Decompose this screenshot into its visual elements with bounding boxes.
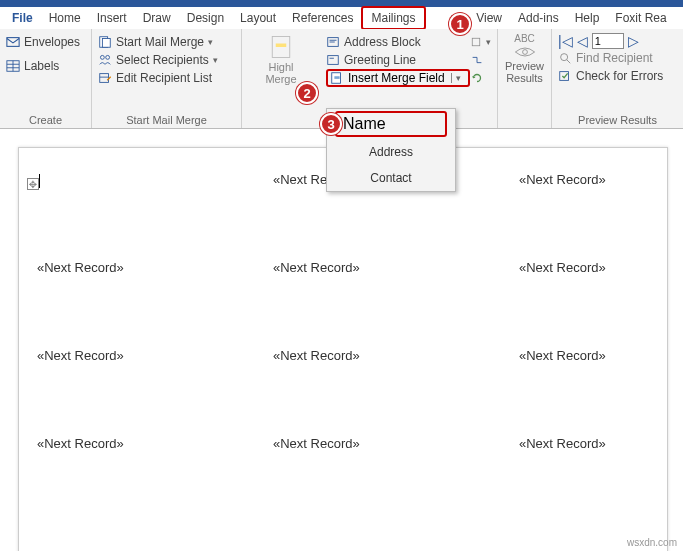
mailings-tab[interactable]: Mailings (361, 6, 425, 30)
home-tab[interactable]: Home (41, 8, 89, 28)
design-tab[interactable]: Design (179, 8, 232, 28)
insert-tab[interactable]: Insert (89, 8, 135, 28)
dropdown-item-name[interactable]: Name (335, 111, 447, 137)
layout-tab[interactable]: Layout (232, 8, 284, 28)
label-cell[interactable]: «Next Record» (511, 432, 667, 520)
update-labels-button[interactable] (470, 69, 491, 87)
document-page[interactable]: ✥ «Next Record» «Next Record» «Next Reco… (18, 147, 668, 551)
tutorial-marker-2: 2 (296, 82, 318, 104)
svg-rect-6 (102, 39, 110, 48)
labels-icon (6, 59, 20, 73)
start-mail-merge-group-label: Start Mail Merge (98, 112, 235, 126)
label-cell[interactable]: «Next Record» (265, 256, 421, 344)
text-cursor (39, 174, 40, 188)
select-recipients-icon (98, 53, 112, 67)
highlight-merge-fields-button: Highl Merge (248, 33, 314, 85)
match-fields-icon (470, 53, 484, 67)
highlight-label-2: Merge (265, 73, 296, 85)
label-cell[interactable]: «Next Record» (29, 432, 185, 520)
svg-point-21 (522, 50, 527, 55)
svg-rect-16 (328, 56, 339, 65)
label-cell[interactable]: «Next Record» (265, 344, 421, 432)
highlight-icon (267, 33, 295, 61)
svg-rect-12 (276, 44, 287, 48)
insert-merge-field-button[interactable]: Insert Merge Field ▾ (326, 69, 470, 87)
edit-recipient-icon (98, 71, 112, 85)
update-labels-icon (470, 71, 484, 85)
check-errors-label: Check for Errors (576, 69, 663, 83)
find-recipient-label: Find Recipient (576, 51, 653, 65)
match-fields-button[interactable] (470, 51, 491, 69)
view-tab[interactable]: View (468, 8, 510, 28)
highlight-label-1: Highl (268, 61, 293, 73)
table-anchor-icon[interactable]: ✥ (27, 178, 39, 190)
address-block-button[interactable]: Address Block (326, 33, 470, 51)
table-row: «Next Record» «Next Record» «Next Record… (19, 432, 667, 520)
select-recipients-button[interactable]: Select Recipients ▾ (98, 51, 235, 69)
chevron-down-icon: ▾ (208, 37, 213, 47)
abc-label: ABC (514, 33, 535, 44)
greeting-line-icon (326, 53, 340, 67)
check-for-errors-button[interactable]: Check for Errors (558, 67, 677, 85)
svg-rect-20 (472, 38, 480, 46)
edit-recipient-list-button[interactable]: Edit Recipient List (98, 69, 235, 87)
svg-rect-9 (100, 74, 109, 83)
foxit-tab[interactable]: Foxit Rea (607, 8, 674, 28)
preview-results-button[interactable]: ABC Preview Results (504, 33, 545, 84)
label-cell[interactable]: «Next Record» (29, 344, 185, 432)
references-tab[interactable]: References (284, 8, 361, 28)
rules-button[interactable]: ▾ (470, 33, 491, 51)
label-cell[interactable]: «Next Record» (511, 344, 667, 432)
greeting-line-label: Greeting Line (344, 53, 416, 67)
insert-merge-field-icon (330, 71, 344, 85)
preview-icon (510, 44, 540, 60)
first-record-button[interactable]: |◁ (558, 33, 573, 49)
document-area: ✥ «Next Record» «Next Record» «Next Reco… (0, 129, 683, 551)
next-record-button[interactable]: ▷ (628, 33, 639, 49)
edit-recipient-label: Edit Recipient List (116, 71, 212, 85)
label-cell[interactable]: «Next Record» (265, 432, 421, 520)
envelopes-button[interactable]: Envelopes (6, 33, 85, 51)
prev-record-button[interactable]: ◁ (577, 33, 588, 49)
check-errors-icon (558, 69, 572, 83)
start-mail-merge-button[interactable]: Start Mail Merge ▾ (98, 33, 235, 51)
svg-point-22 (561, 54, 568, 61)
file-tab[interactable]: File (4, 8, 41, 28)
dropdown-item-contact[interactable]: Contact (327, 165, 455, 191)
greeting-line-button[interactable]: Greeting Line (326, 51, 470, 69)
address-block-icon (326, 35, 340, 49)
dropdown-item-address[interactable]: Address (327, 139, 455, 165)
envelope-icon (6, 35, 20, 49)
table-row: «Next Record» «Next Record» «Next Record… (19, 344, 667, 432)
watermark: wsxdn.com (627, 537, 677, 548)
addins-tab[interactable]: Add-ins (510, 8, 567, 28)
rules-icon (470, 35, 482, 49)
find-recipient-icon (558, 51, 572, 65)
chevron-down-icon: ▾ (213, 55, 218, 65)
label-cell[interactable]: «Next Record» (511, 256, 667, 344)
label-cell[interactable]: «Next Record» (511, 168, 667, 256)
preview-label-1: Preview (505, 60, 544, 72)
svg-rect-19 (334, 76, 339, 79)
tutorial-marker-3: 3 (320, 113, 342, 135)
help-tab[interactable]: Help (567, 8, 608, 28)
record-number-input[interactable] (592, 33, 624, 49)
labels-table: «Next Record» «Next Record» «Next Record… (19, 168, 667, 520)
labels-button[interactable]: Labels (6, 57, 85, 75)
svg-point-7 (100, 55, 104, 59)
create-group-label: Create (6, 112, 85, 126)
draw-tab[interactable]: Draw (135, 8, 179, 28)
envelopes-label: Envelopes (24, 35, 80, 49)
svg-line-23 (567, 60, 571, 64)
label-cell[interactable]: «Next Record» (29, 256, 185, 344)
select-recipients-label: Select Recipients (116, 53, 209, 67)
start-mail-merge-icon (98, 35, 112, 49)
labels-label: Labels (24, 59, 59, 73)
label-cell[interactable] (29, 168, 185, 256)
menu-bar: File Home Insert Draw Design Layout Refe… (0, 7, 683, 29)
record-navigation: |◁ ◁ ▷ (558, 33, 677, 49)
find-recipient-button[interactable]: Find Recipient (558, 49, 677, 67)
window-titlebar (0, 0, 683, 7)
chevron-down-icon[interactable]: ▾ (451, 73, 461, 83)
table-row: «Next Record» «Next Record» «Next Record… (19, 256, 667, 344)
